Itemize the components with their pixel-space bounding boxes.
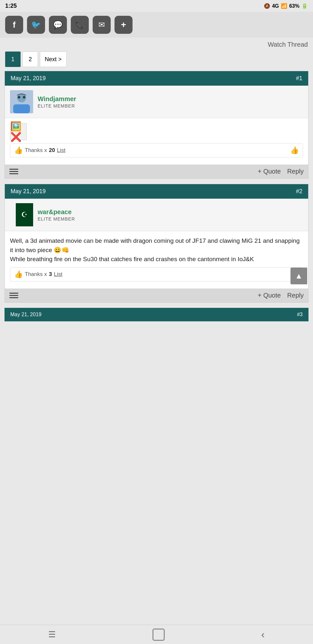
post-2-text: Well, a 3d animated movie can be made wi… [10,236,303,264]
nav-home-icon[interactable] [152,629,165,641]
post-1-broken-image: 🖼️❌ [10,123,27,140]
post-2-thanks-bar: 👍 Thanks x 3 List 👍 ▲ [10,267,303,281]
post-2-footer: Quote Reply [5,289,308,302]
status-icons: 🔕 4G 📶 63% 🔋 [264,3,308,9]
thanks-label-2: Thanks x [25,271,47,278]
next-page-button[interactable]: Next > [40,52,67,67]
svg-point-3 [18,96,20,99]
post-1-actions: Quote Reply [258,168,304,175]
post-2-number: #2 [296,188,302,195]
svg-rect-2 [13,104,30,113]
nav-menu-icon[interactable]: ☰ [48,630,56,639]
svg-point-4 [23,96,25,99]
post-2-date: May 21, 2019 [11,188,46,195]
page-2-button[interactable]: 2 [23,52,38,67]
thanks-thumb-icon-2: 👍 [14,270,23,279]
phone-icon: 📞 [75,20,85,29]
facebook-share-button[interactable]: f [5,16,23,34]
post-2-body: Well, a 3d animated movie can be made wi… [5,231,308,289]
nav-bar: ☰ ‹ [0,625,313,644]
flag-crescent: ☪ [21,211,28,219]
post-2-wrapper: May 21, 2019 #2 ☪ war&peace ELITE MEMBER… [5,184,308,303]
email-share-button[interactable]: ✉ [93,16,111,34]
post-1-menu-icon[interactable] [9,169,18,174]
pagination: 1 2 Next > [0,52,313,71]
post-1-thanks-list[interactable]: List [57,147,65,154]
whatsapp-icon: 💬 [53,20,63,29]
twitter-icon: 🐦 [31,20,41,29]
more-icon: + [121,20,126,30]
status-bar: 1:25 🔕 4G 📶 63% 🔋 [0,0,313,12]
nav-back-icon[interactable]: ‹ [261,629,265,640]
post-2-actions: Quote Reply [258,292,304,299]
post-1-wrapper: May 21, 2019 #1 Windjammer ELITE MEMBER [5,71,308,179]
avatar-image [10,90,33,113]
post-1-thanks-bar: 👍 Thanks x 20 List 👍 [10,143,303,157]
phone-share-button[interactable]: 📞 [71,16,89,34]
page-1-button[interactable]: 1 [5,52,21,67]
post-3-date: May 21, 2019 [10,312,41,317]
thanks-label: Thanks x [25,147,47,154]
post-3-header: May 21, 2019 #3 [5,308,308,321]
post-3-number: #3 [297,312,303,317]
post-2-menu-icon[interactable] [9,293,18,298]
battery-icon: 🔋 [301,3,308,9]
battery-text: 63% [289,3,299,9]
signal-icon: 📶 [281,3,287,9]
scroll-to-top-button[interactable]: ▲ [290,268,307,284]
email-icon: ✉ [98,20,105,29]
post-1-user: Windjammer ELITE MEMBER [5,86,308,118]
watch-thread-button[interactable]: Watch Thread [268,41,308,48]
post-1-user-role: ELITE MEMBER [38,103,76,109]
time: 1:25 [5,3,17,9]
post-1-avatar [10,90,33,113]
post-1-number: #1 [296,75,302,82]
facebook-icon: f [13,20,16,30]
post-1-reply-button[interactable]: Reply [287,168,304,175]
post-1-header: May 21, 2019 #1 [5,71,308,86]
post-1-user-info: Windjammer ELITE MEMBER [38,95,76,109]
post-1-body: 🖼️❌ 👍 Thanks x 20 List 👍 [5,118,308,165]
post-2-thanks-list[interactable]: List [54,271,62,278]
post-2-username[interactable]: war&peace [38,208,75,216]
post-2-reply-button[interactable]: Reply [287,292,304,299]
more-share-button[interactable]: + [115,16,133,34]
post-2-thanks-left: 👍 Thanks x 3 List [14,270,62,279]
thanks-thumb-icon: 👍 [14,146,23,155]
flag-white-stripe [10,203,16,226]
post-2-header: May 21, 2019 #2 [5,184,308,199]
network-icon: 4G [272,3,279,9]
post-1-footer: Quote Reply [5,165,308,178]
post-1-thanks-left: 👍 Thanks x 20 List [14,146,65,155]
whatsapp-share-button[interactable]: 💬 [49,16,67,34]
post-1: May 21, 2019 #1 Windjammer ELITE MEMBER [0,71,313,179]
thanks-right-thumb[interactable]: 👍 [290,146,299,155]
post-2-avatar: ☪ [10,203,33,226]
post-2-thanks-count: 3 [49,271,52,278]
broken-image-icon: 🖼️❌ [10,121,26,142]
post-2-user-info: war&peace ELITE MEMBER [38,208,75,222]
post-3: May 21, 2019 #3 [0,308,313,321]
bottom-spacer [0,321,313,347]
post-2-quote-button[interactable]: Quote [258,292,281,299]
post-2-user-role: ELITE MEMBER [38,216,75,222]
post-2: May 21, 2019 #2 ☪ war&peace ELITE MEMBER… [0,184,313,303]
post-1-quote-button[interactable]: Quote [258,168,281,175]
mute-icon: 🔕 [264,3,270,9]
thread-controls: Watch Thread [0,38,313,52]
flag-green-section: ☪ [16,203,33,226]
twitter-share-button[interactable]: 🐦 [27,16,45,34]
post-1-username[interactable]: Windjammer [38,95,76,103]
post-1-date: May 21, 2019 [11,75,46,82]
post-1-thanks-count: 20 [49,147,55,154]
post-2-user: ☪ war&peace ELITE MEMBER [5,199,308,231]
share-bar: f 🐦 💬 📞 ✉ + [0,12,313,38]
